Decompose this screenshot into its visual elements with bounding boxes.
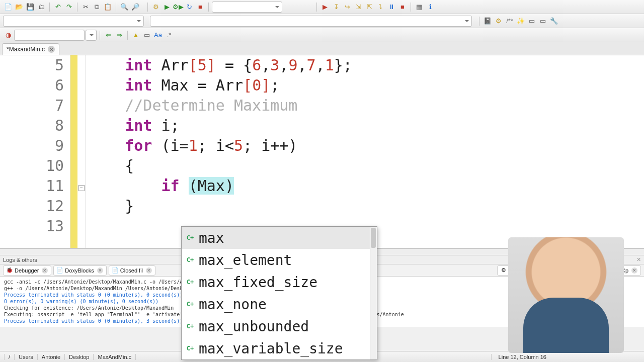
breadcrumb-segment[interactable]: Users bbox=[15, 354, 38, 360]
doxy-html-icon[interactable]: ▭ bbox=[527, 16, 537, 26]
save-all-icon[interactable]: 🗂 bbox=[36, 2, 46, 12]
toolbar-search: ◑ ⇐ ⇒ ▲ ▭ Aa .* bbox=[0, 28, 644, 42]
build-icon[interactable]: ⚙ bbox=[151, 2, 161, 12]
undo-icon[interactable]: ↶ bbox=[53, 2, 63, 12]
search-next-icon[interactable]: ⇒ bbox=[114, 30, 124, 40]
info-icon[interactable]: ℹ bbox=[425, 2, 435, 12]
build-target-select[interactable] bbox=[212, 2, 282, 13]
save-icon[interactable]: 💾 bbox=[25, 2, 35, 12]
search-prev-icon[interactable]: ⇐ bbox=[103, 30, 113, 40]
next-line-icon[interactable]: ↪ bbox=[342, 2, 352, 12]
copy-icon[interactable]: ⧉ bbox=[92, 2, 102, 12]
autocomplete-item[interactable]: C+max_fixed_size bbox=[182, 271, 377, 293]
fold-toggle-icon[interactable]: − bbox=[78, 185, 85, 191]
abort-icon[interactable]: ■ bbox=[195, 2, 205, 12]
autocomplete-item[interactable]: C+max_variable_size bbox=[182, 337, 377, 359]
next-instr-icon[interactable]: ⤵ bbox=[375, 2, 385, 12]
step-out-icon[interactable]: ⇱ bbox=[364, 2, 374, 12]
editor-tab-bar: *MaxandMin.c ✕ bbox=[0, 42, 644, 55]
file-tab-maxandmin[interactable]: *MaxandMin.c ✕ bbox=[2, 43, 59, 55]
paste-icon[interactable]: 📋 bbox=[103, 2, 113, 12]
break-icon[interactable]: ⏸ bbox=[386, 2, 396, 12]
doxy2-icon[interactable]: ⚙ bbox=[494, 16, 504, 26]
breadcrumb-segment[interactable]: Desktop bbox=[65, 354, 94, 360]
new-file-icon[interactable]: 📄 bbox=[3, 2, 13, 12]
doxy-comment-icon[interactable]: /** bbox=[505, 16, 515, 26]
open-icon[interactable]: 📂 bbox=[14, 2, 24, 12]
incremental-search-icon[interactable]: ◑ bbox=[3, 30, 13, 40]
autocomplete-item[interactable]: C+max_unbounded bbox=[182, 315, 377, 337]
cpp-icon: C+ bbox=[186, 280, 195, 284]
run-icon[interactable]: ▶ bbox=[162, 2, 172, 12]
match-case-icon[interactable]: Aa bbox=[153, 30, 163, 40]
cpp-icon: C+ bbox=[186, 302, 195, 306]
doxy-pref-icon[interactable]: 🔧 bbox=[549, 16, 559, 26]
find-icon[interactable]: 🔍 bbox=[119, 2, 129, 12]
scope-select[interactable] bbox=[3, 16, 144, 27]
close-icon[interactable]: ✕ bbox=[146, 267, 152, 274]
stop-debug-icon[interactable]: ■ bbox=[397, 2, 408, 12]
change-marker-column bbox=[70, 55, 77, 248]
close-tab-icon[interactable]: ✕ bbox=[48, 46, 55, 53]
close-icon[interactable]: ✕ bbox=[631, 267, 637, 274]
step-into-icon[interactable]: ⇲ bbox=[353, 2, 363, 12]
regex-icon[interactable]: .* bbox=[164, 30, 174, 40]
line-number-gutter: 5678910111213 bbox=[0, 55, 70, 248]
autocomplete-popup[interactable]: C+maxC+max_elementC+max_fixed_sizeC+max_… bbox=[181, 226, 377, 360]
cursor-position: Line 12, Column 16 bbox=[491, 354, 553, 360]
code-area[interactable]: int Arr[5] = {6,3,9,7,1}; int Max = Arr[… bbox=[86, 55, 644, 248]
search-history-select[interactable] bbox=[86, 30, 97, 41]
cpp-icon: C+ bbox=[186, 346, 195, 350]
logs-panel-title: Logs & others bbox=[3, 257, 37, 263]
symbol-select[interactable] bbox=[150, 16, 472, 27]
log-tab[interactable]: 📄Closed fil✕ bbox=[109, 265, 155, 276]
build-run-icon[interactable]: ⚙▶ bbox=[173, 2, 183, 12]
presenter-webcam-overlay bbox=[508, 237, 624, 353]
fold-column: − bbox=[77, 55, 86, 248]
cpp-icon: C+ bbox=[186, 324, 195, 328]
cpp-icon: C+ bbox=[186, 236, 195, 240]
file-tab-label: *MaxandMin.c bbox=[7, 46, 45, 53]
breadcrumb-segment[interactable]: Antonie bbox=[38, 354, 65, 360]
find-replace-icon[interactable]: 🔎 bbox=[130, 2, 140, 12]
autocomplete-scrollbar[interactable] bbox=[370, 227, 377, 359]
debug-windows-icon[interactable]: ▦ bbox=[414, 2, 424, 12]
log-tab-icon: 📄 bbox=[57, 267, 63, 274]
doxy1-icon[interactable]: 📓 bbox=[482, 16, 493, 26]
autocomplete-item[interactable]: C+max_element bbox=[182, 249, 377, 271]
log-tab-icon: ⚙ bbox=[501, 267, 507, 274]
close-icon[interactable]: ✕ bbox=[42, 267, 48, 274]
toolbar-secondary: 📓 ⚙ /** ✨ ▭ ▭ 🔧 bbox=[0, 14, 644, 28]
rebuild-icon[interactable]: ↻ bbox=[184, 2, 194, 12]
cut-icon[interactable]: ✂ bbox=[80, 2, 91, 12]
debug-run-icon[interactable]: ▶ bbox=[320, 2, 330, 12]
doxy-wand-icon[interactable]: ✨ bbox=[516, 16, 526, 26]
doxy-chm-icon[interactable]: ▭ bbox=[538, 16, 548, 26]
autocomplete-item[interactable]: C+max bbox=[182, 227, 377, 249]
code-editor[interactable]: 5678910111213 − int Arr[5] = {6,3,9,7,1}… bbox=[0, 55, 644, 248]
autocomplete-item[interactable]: C+max_none bbox=[182, 293, 377, 315]
redo-icon[interactable]: ↷ bbox=[64, 2, 74, 12]
run-to-cursor-icon[interactable]: ↧ bbox=[331, 2, 341, 12]
highlight-icon[interactable]: ▲ bbox=[131, 30, 141, 40]
toolbar-main: 📄 📂 💾 🗂 ↶ ↷ ✂ ⧉ 📋 🔍 🔎 ⚙ ▶ ⚙▶ ↻ ■ ▶ ↧ ↪ ⇲… bbox=[0, 0, 644, 14]
log-tab[interactable]: 🐞Debugger✕ bbox=[3, 265, 51, 276]
cpp-icon: C+ bbox=[186, 258, 195, 262]
log-tab-icon: 📄 bbox=[112, 267, 118, 274]
logs-close-icon[interactable]: ✕ bbox=[636, 256, 641, 263]
search-input[interactable] bbox=[14, 30, 85, 41]
log-tab-icon: 🐞 bbox=[7, 267, 13, 274]
selected-only-icon[interactable]: ▭ bbox=[142, 30, 152, 40]
log-tab[interactable]: 📄DoxyBlocks✕ bbox=[53, 265, 106, 276]
breadcrumb-segment[interactable]: MaxAndMin.c bbox=[94, 354, 136, 360]
close-icon[interactable]: ✕ bbox=[97, 267, 103, 274]
